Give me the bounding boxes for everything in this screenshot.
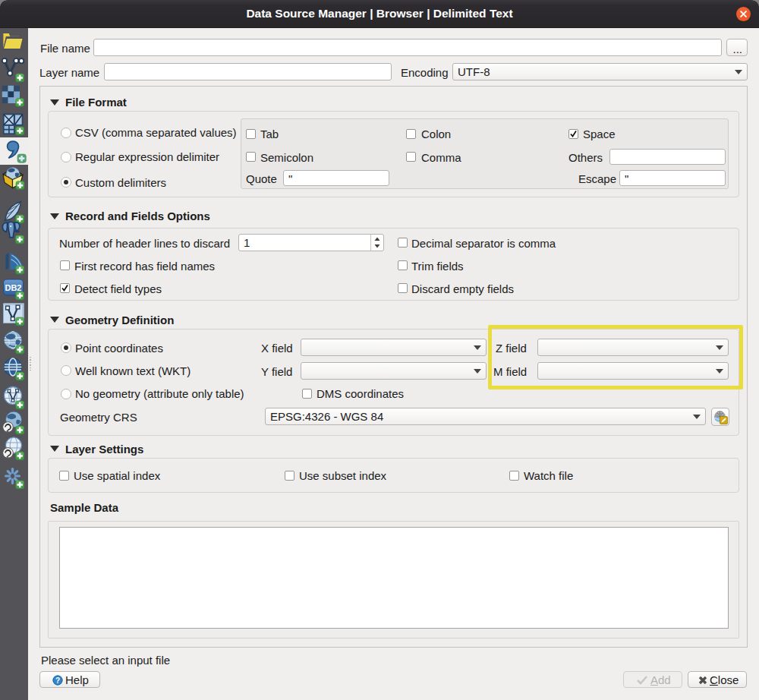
svg-text:DB2: DB2 [5, 283, 21, 292]
svg-text:?: ? [55, 676, 60, 685]
